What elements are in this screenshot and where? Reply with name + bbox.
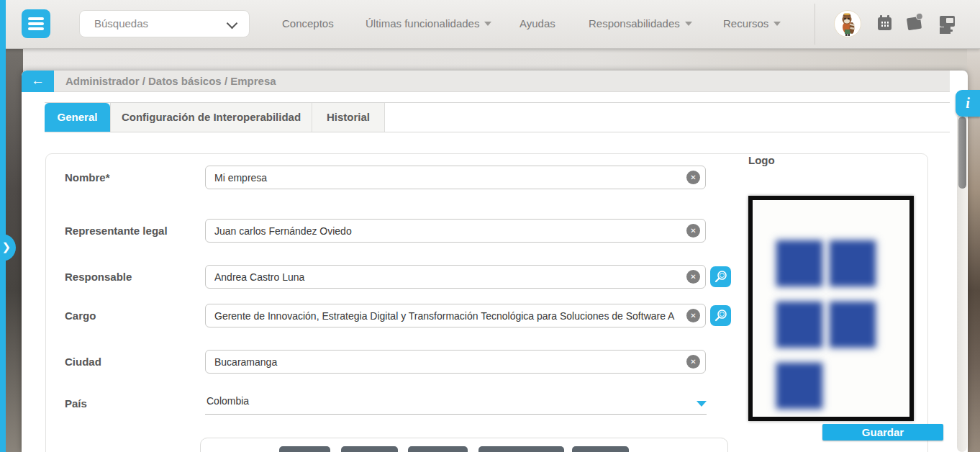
cargo-search-button[interactable] <box>710 305 731 326</box>
chevron-down-icon <box>227 18 238 30</box>
caret-down-icon <box>773 22 781 26</box>
representante-legal-input[interactable] <box>205 219 706 243</box>
editor-toolbar-button[interactable] <box>408 446 468 452</box>
user-avatar-mascot[interactable] <box>834 10 861 37</box>
tab-configuracion-interoperabilidad[interactable]: Configuración de Interoperabilidad <box>110 103 312 132</box>
magnifier-icon <box>713 308 728 323</box>
menu-item-ayudas[interactable]: Ayudas <box>520 17 555 30</box>
menu-item-responsabilidades[interactable]: Responsabilidades <box>589 17 692 30</box>
clear-icon[interactable]: ✕ <box>686 171 700 184</box>
magnifier-icon <box>713 269 728 284</box>
editor-toolbar-button[interactable] <box>279 446 330 452</box>
hamburger-menu-button[interactable] <box>22 9 50 38</box>
main-content-card: ← Administrador / Datos básicos / Empres… <box>22 71 968 452</box>
info-button[interactable]: i <box>956 90 980 117</box>
select-caret-icon[interactable] <box>697 401 707 407</box>
search-dropdown[interactable]: Búsquedas <box>79 10 250 37</box>
search-dropdown-label: Búsquedas <box>94 17 148 30</box>
company-logo-image <box>748 196 914 421</box>
notes-icon[interactable] <box>907 17 922 30</box>
scrollbar-thumb[interactable] <box>958 117 966 189</box>
responsable-search-button[interactable] <box>710 266 731 287</box>
tab-bar: General Configuración de Interoperabilid… <box>45 102 950 132</box>
back-button[interactable]: ← <box>22 71 54 92</box>
clear-icon[interactable]: ✕ <box>686 355 700 369</box>
menu-item-ultimas-funcionalidades[interactable]: Últimas funcionalidades <box>366 17 491 30</box>
raccoon-mascot-icon <box>835 11 861 37</box>
chevron-right-icon: ❯ <box>1 240 11 253</box>
top-navbar: Búsquedas Conceptos Últimas funcionalida… <box>0 0 980 49</box>
menu-item-recursos[interactable]: Recursos <box>723 17 781 30</box>
clear-icon[interactable]: ✕ <box>686 309 700 322</box>
cargo-input[interactable] <box>205 304 706 327</box>
back-arrow-icon: ← <box>31 73 45 88</box>
pais-select-value[interactable]: Colombia <box>207 395 249 407</box>
calendar-icon[interactable] <box>878 17 891 30</box>
breadcrumb: Administrador / Datos básicos / Empresa <box>54 71 950 92</box>
editor-toolbar-button[interactable] <box>341 446 398 452</box>
tab-historial[interactable]: Historial <box>312 103 385 132</box>
field-label-cargo: Cargo <box>65 304 96 327</box>
menu-item-conceptos[interactable]: Conceptos <box>282 17 334 30</box>
tab-general[interactable]: General <box>45 103 110 132</box>
editor-toolbar-button[interactable] <box>478 446 564 452</box>
pais-select-underline <box>205 414 707 415</box>
field-label-responsable: Responsable <box>65 265 132 289</box>
background-top-strip <box>0 48 980 71</box>
navbar-divider <box>815 4 815 45</box>
monitor-chat-icon[interactable] <box>940 16 955 27</box>
caret-down-icon <box>484 22 491 26</box>
info-icon: i <box>966 95 970 111</box>
field-label-pais: País <box>65 392 87 415</box>
field-label-ciudad: Ciudad <box>65 350 101 374</box>
ciudad-input[interactable] <box>205 350 706 374</box>
sidebar-rail <box>0 0 6 452</box>
field-label-nombre: Nombre* <box>65 166 110 189</box>
responsable-input[interactable] <box>205 265 706 289</box>
logo-label: Logo <box>748 154 775 166</box>
caret-down-icon <box>685 22 692 26</box>
clear-icon[interactable]: ✕ <box>686 270 700 284</box>
clear-icon[interactable]: ✕ <box>686 224 700 238</box>
field-label-representante-legal: Representante legal <box>65 219 168 243</box>
nombre-input[interactable] <box>205 166 706 189</box>
editor-toolbar-button[interactable] <box>572 446 629 452</box>
save-button[interactable]: Guardar <box>822 424 943 440</box>
